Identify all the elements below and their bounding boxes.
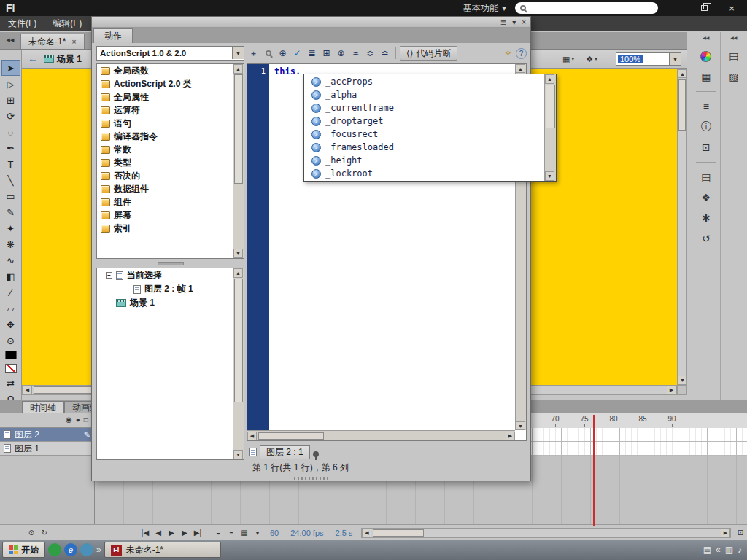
code-snippets-button[interactable]: ⟨⟩ 代码片断 xyxy=(400,46,457,61)
panel-close-icon[interactable]: × xyxy=(522,18,526,26)
scroll-up-icon[interactable]: ▲ xyxy=(233,268,243,278)
play-icon[interactable]: ▶ xyxy=(165,527,178,539)
document-tab-close-icon[interactable]: × xyxy=(71,37,76,46)
edit-symbols-button[interactable]: ❖ ▾ xyxy=(582,52,601,66)
combo-dropdown-icon[interactable]: ▼ xyxy=(232,47,244,59)
zoom-tool[interactable]: ⊙ xyxy=(1,332,20,349)
debug-options-icon[interactable]: ⊗ xyxy=(334,47,348,61)
code-hint-item[interactable]: ↗ _droptarget xyxy=(304,114,544,128)
scroll-down-icon[interactable]: ▼ xyxy=(678,376,687,384)
tray-volume-icon[interactable]: ♪ xyxy=(738,545,742,555)
library-panel-icon[interactable]: ▤ xyxy=(697,168,716,186)
pin-script-icon[interactable] xyxy=(313,451,319,457)
expand-all-icon[interactable]: ≏ xyxy=(378,47,392,61)
scroll-down-icon[interactable]: ▼ xyxy=(233,249,243,258)
center-frame-icon[interactable]: ⊙ xyxy=(25,527,38,539)
transform-panel-icon[interactable]: ⊡ xyxy=(697,139,716,156)
taskbar-flash-window[interactable]: Fl 未命名-1* xyxy=(104,542,221,558)
toolbox-category-item[interactable]: ActionScript 2.0 类 xyxy=(97,77,233,90)
pencil-tool[interactable]: ✎ xyxy=(1,204,20,220)
scroll-right-icon[interactable]: ▶ xyxy=(667,386,676,394)
info-panel-icon[interactable]: ⓘ xyxy=(697,118,716,136)
lasso-tool[interactable]: ◌ xyxy=(1,124,20,140)
scroll-left-icon[interactable]: ◀ xyxy=(362,529,371,537)
step-back-icon[interactable]: ◀ xyxy=(152,527,165,539)
toolbox-category-item[interactable]: 组件 xyxy=(97,195,233,209)
properties-panel-icon[interactable]: ▤ xyxy=(724,47,743,65)
script-tab[interactable]: 图层 2 : 1 xyxy=(260,445,310,459)
insert-target-path-icon[interactable]: ⊕ xyxy=(276,47,290,61)
color-panel-icon[interactable] xyxy=(697,47,716,65)
stroke-color-swatch[interactable] xyxy=(5,351,17,359)
scroll-left-icon[interactable]: ◀ xyxy=(247,432,257,440)
paint-bucket-tool[interactable]: ◧ xyxy=(1,268,20,284)
find-icon[interactable] xyxy=(261,47,275,61)
toolbox-category-item[interactable]: 否决的 xyxy=(97,169,233,182)
editor-horizontal-scrollbar[interactable]: ◀ ▶ xyxy=(247,430,515,440)
toolbox-category-item[interactable]: 屏幕 xyxy=(97,209,233,222)
deco-tool[interactable]: ❋ xyxy=(1,236,20,252)
eyedropper-tool[interactable]: ∕ xyxy=(1,284,20,300)
quick-launch-3-icon[interactable] xyxy=(80,543,93,556)
collapse-selection-icon[interactable]: ≎ xyxy=(363,47,377,61)
scroll-up-icon[interactable]: ▲ xyxy=(516,64,525,73)
workspace-switcher[interactable]: 基本功能 ▾ xyxy=(463,2,506,15)
code-line[interactable]: this. xyxy=(274,66,301,77)
collapse-braces-icon[interactable]: ≍ xyxy=(349,47,363,61)
scroll-down-icon[interactable]: ▼ xyxy=(233,450,243,459)
outline-all-icon[interactable]: □ xyxy=(84,416,88,424)
document-tab[interactable]: 未命名-1* × xyxy=(20,34,85,49)
history-panel-icon[interactable]: ↺ xyxy=(697,230,716,247)
scrollbar-thumb[interactable] xyxy=(234,74,243,184)
show-hide-all-icon[interactable]: ◉ xyxy=(66,416,72,424)
search-input[interactable] xyxy=(530,4,653,12)
selection-tool[interactable]: ➤ xyxy=(1,60,20,76)
rectangle-tool[interactable]: ▭ xyxy=(1,188,20,204)
scroll-left-icon[interactable]: ◀ xyxy=(23,386,32,394)
rotate-3d-tool[interactable]: ⟳ xyxy=(1,108,20,124)
script-assist-icon[interactable]: ✧ xyxy=(501,47,515,61)
library2-panel-icon[interactable]: ▨ xyxy=(724,68,743,85)
collapse-dock-icon[interactable]: ◀◀ xyxy=(730,35,737,40)
actions-panel-header[interactable]: ≣ ▾ × xyxy=(92,17,530,28)
actionscript-version-combo[interactable]: ActionScript 1.0 & 2.0 ▼ xyxy=(96,46,244,61)
toolbox-category-item[interactable]: 全局函数 xyxy=(97,64,233,77)
tab-timeline[interactable]: 时间轴 xyxy=(22,401,64,413)
toolbox-category-item[interactable]: 索引 xyxy=(97,222,233,235)
zoom-combo[interactable]: 100% ▼ xyxy=(616,52,681,66)
onion-outline-icon[interactable]: ◓ xyxy=(225,527,238,539)
tab-actions[interactable]: 动作 xyxy=(93,28,133,43)
fill-color-swatch[interactable] xyxy=(5,364,17,373)
scroll-up-icon[interactable]: ▲ xyxy=(678,69,687,78)
restore-button[interactable] xyxy=(694,1,713,15)
toolbox-category-item[interactable]: 编译器指令 xyxy=(97,130,233,143)
scroll-down-icon[interactable]: ▼ xyxy=(545,171,554,181)
onion-skin-icon[interactable]: ◒ xyxy=(212,527,225,539)
menu-file[interactable]: 文件(F) xyxy=(0,18,44,30)
quick-launch-1-icon[interactable] xyxy=(48,543,61,556)
panel-menu-icon[interactable]: ≣ xyxy=(500,18,506,26)
code-hint-item[interactable]: ↗ _framesloaded xyxy=(304,141,544,154)
show-code-hints-icon[interactable]: ⊞ xyxy=(320,47,333,61)
code-hint-item[interactable]: ↗ _focusrect xyxy=(304,128,544,141)
scrollbar-thumb[interactable] xyxy=(546,85,555,128)
menu-edit[interactable]: 编辑(E) xyxy=(44,18,90,30)
quick-launch-browser-icon[interactable]: e xyxy=(64,543,77,556)
pane-splitter[interactable] xyxy=(96,260,244,266)
toolbox-scrollbar[interactable]: ▲ ▼ xyxy=(233,64,244,258)
quick-launch-overflow-icon[interactable]: » xyxy=(96,545,101,555)
collapse-node-icon[interactable]: − xyxy=(106,272,112,279)
tray-collapse-icon[interactable]: « xyxy=(716,545,721,555)
swap-colors-icon[interactable]: ⇄ xyxy=(1,375,20,391)
panel-collapse-icon[interactable]: ▾ xyxy=(512,18,516,26)
loop-icon[interactable]: ↻ xyxy=(38,527,51,539)
subselection-tool[interactable]: ▷ xyxy=(1,76,20,92)
current-frame-value[interactable]: 60 xyxy=(270,529,279,537)
bone-tool[interactable]: ∿ xyxy=(1,252,20,268)
close-button[interactable]: × xyxy=(722,1,741,15)
scrollbar-thumb[interactable] xyxy=(373,529,424,537)
auto-format-icon[interactable]: ≣ xyxy=(305,47,319,61)
panel-resize-grip[interactable] xyxy=(294,477,329,480)
code-hint-item[interactable]: ↗ _currentframe xyxy=(304,101,544,114)
playhead[interactable] xyxy=(593,415,595,526)
